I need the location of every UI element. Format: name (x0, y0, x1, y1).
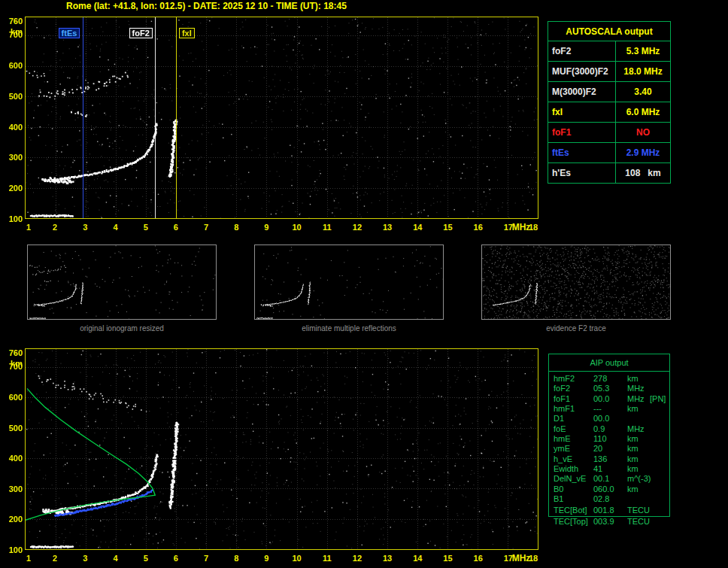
aip-row-name: DelN_vE (554, 474, 593, 484)
aip-row: h_vE136km (549, 454, 669, 464)
aip-row-extra (650, 494, 669, 504)
aip-row-name: hmE (554, 434, 593, 444)
aip-row-name: foF1 (554, 394, 593, 404)
aip-row-value: 05.3 (593, 384, 627, 393)
aip-row-name: foE (554, 424, 593, 434)
y-tick-label: 100 (2, 545, 23, 554)
aip-row-extra (650, 464, 669, 474)
x-tick-label: 3 (77, 223, 93, 232)
ionogram-top: 760700600500400300200100km12345678910111… (25, 17, 538, 219)
y-tick-label: 300 (2, 484, 23, 494)
x-tick-label: 16 (471, 554, 486, 563)
aip-row-extra (650, 434, 669, 444)
x-tick-label: 14 (410, 223, 425, 232)
autoscala-row-value: 5.3 MHz (616, 41, 670, 61)
autoscala-row: fxI6.0 MHz (548, 102, 670, 123)
ionogram-bottom-canvas (25, 348, 538, 550)
marker-label-ftes: ftEs (59, 28, 80, 38)
autoscala-table: AUTOSCALA output foF25.3 MHzMUF(3000)F21… (548, 21, 671, 184)
aip-row-name: h_vE (554, 454, 593, 464)
aip-row-name: B1 (554, 494, 593, 504)
aip-row: TEC[Bot]001.8TECU (549, 506, 669, 515)
marker-label-fof2: foF2 (129, 28, 153, 38)
x-tick-label: 6 (168, 554, 184, 563)
aip-row-value: 0.9 (593, 424, 627, 434)
autoscala-row: ftEs2.9 MHz (548, 143, 670, 163)
aip-row-extra (650, 474, 669, 484)
thumbnail-caption: original ionogram resized (27, 324, 217, 333)
autoscala-row-label: foF1 (548, 123, 616, 142)
x-tick-label: 5 (138, 554, 153, 563)
autoscala-row-label: foF2 (548, 41, 616, 61)
autoscala-row-label: h'Es (548, 163, 616, 183)
y-tick-label: 100 (2, 214, 23, 223)
x-tick-label: 15 (440, 223, 455, 232)
x-tick-label: 12 (350, 223, 365, 232)
y-tick-label: 200 (2, 515, 23, 524)
autoscala-row: foF1NO (548, 123, 670, 143)
x-tick-label: 1 (21, 554, 36, 563)
y-axis-unit: km (2, 359, 23, 368)
x-tick-label: 3 (77, 554, 93, 563)
aip-row-value: 136 (593, 454, 627, 464)
x-tick-label: 4 (108, 554, 123, 563)
y-axis-unit: km (2, 27, 23, 36)
aip-row: hmF1---km (549, 404, 669, 414)
autoscala-row: foF25.3 MHz (548, 41, 670, 62)
aip-row-unit: m^(-3) (627, 474, 650, 484)
aip-row-extra (650, 374, 669, 384)
aip-row-extra (650, 484, 669, 494)
x-tick-label: 13 (380, 554, 395, 563)
aip-row-name: D1 (554, 414, 593, 424)
autoscala-row: h'Es108 km (548, 163, 670, 183)
aip-row-value: 00.0 (593, 414, 627, 424)
window-title: Rome (lat: +41.8, lon: 012.5) - DATE: 20… (66, 1, 347, 11)
x-tick-label: 9 (259, 223, 274, 232)
aip-row: hmF2278km (549, 374, 669, 384)
aip-row-extra: [PN] (650, 394, 669, 404)
autoscala-row-label: fxI (548, 102, 616, 122)
aip-row-value: 00.1 (593, 474, 627, 484)
aip-row-value: --- (593, 404, 627, 414)
ionogram-bottom: 760700600500400300200100km12345678910111… (25, 348, 538, 550)
autoscala-row-value: 2.9 MHz (616, 143, 670, 163)
aip-row-unit: km (627, 444, 650, 454)
thumbnail-caption: evidence F2 trace (481, 324, 671, 333)
x-tick-label: 9 (259, 554, 274, 563)
aip-row-extra (650, 454, 669, 464)
autoscala-row-label: M(3000)F2 (548, 82, 616, 102)
x-tick-label: 1 (21, 223, 36, 232)
aip-row-extra (650, 444, 669, 454)
autoscala-row-value: 6.0 MHz (616, 102, 670, 122)
aip-row-name: TEC[Bot] (554, 506, 593, 515)
aip-row: B0060.0km (549, 484, 669, 494)
autoscala-row-label: ftEs (548, 143, 616, 163)
x-tick-label: 13 (380, 223, 395, 232)
autoscala-row-value: 18.0 MHz (616, 62, 670, 81)
aip-row-name: Ewidth (554, 464, 593, 474)
x-axis-unit: MHz (511, 554, 531, 563)
autoscala-row-value: 108 km (616, 163, 670, 183)
thumbnail-caption: eliminate multiple reflections (254, 324, 444, 333)
aip-row-unit: km (627, 464, 650, 474)
y-tick-label: 760 (2, 348, 23, 357)
aip-row: B102.8 (549, 494, 669, 504)
autoscala-header: AUTOSCALA output (548, 22, 670, 41)
x-tick-label: 11 (320, 554, 335, 563)
x-tick-label: 5 (138, 223, 153, 232)
marker-label-fxi: fxI (179, 28, 195, 38)
aip-row-value: 20 (593, 444, 627, 454)
autoscala-row-value: NO (616, 123, 670, 142)
aip-row-value: 003.9 (593, 517, 627, 526)
y-tick-label: 400 (2, 454, 23, 463)
aip-row: foF205.3MHz (549, 384, 669, 393)
autoscala-row-value: 3.40 (616, 82, 670, 102)
autoscala-row-label: MUF(3000)F2 (548, 62, 616, 81)
y-tick-label: 500 (2, 424, 23, 433)
aip-row-extra (650, 506, 669, 515)
x-tick-label: 11 (320, 223, 335, 232)
aip-row-value: 001.8 (593, 506, 627, 515)
y-tick-label: 600 (2, 393, 23, 402)
aip-row-name: B0 (554, 484, 593, 494)
aip-row: foF100.0MHz[PN] (549, 394, 669, 404)
